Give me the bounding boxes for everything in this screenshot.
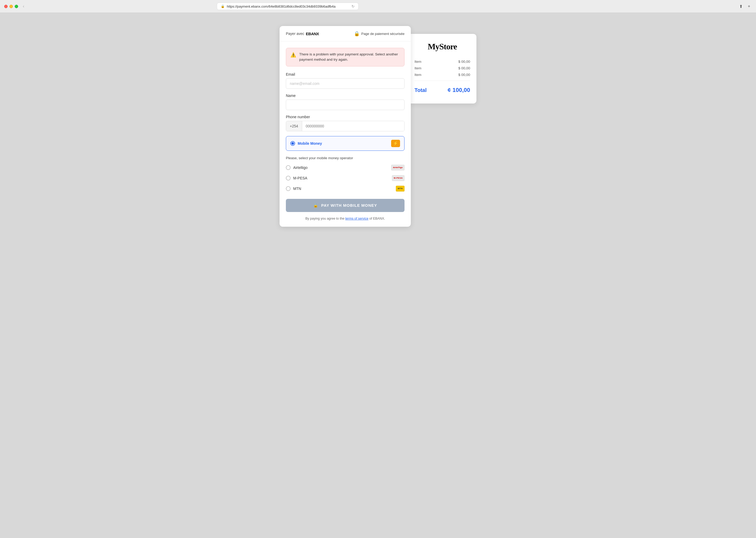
- browser-nav: ‹: [21, 3, 26, 9]
- total-label: Total: [414, 87, 427, 93]
- maximize-button[interactable]: [15, 5, 18, 8]
- error-alert: ⚠️ There is a problem with your payment …: [286, 48, 404, 67]
- mobile-money-radio[interactable]: [290, 141, 295, 146]
- airteltigo-name: Airteltigo: [293, 166, 307, 170]
- operator-left-mtn: MTN: [286, 186, 301, 191]
- item-2-price: $ 00,00: [458, 66, 470, 70]
- secure-label: Page de paiement sécurisée: [361, 32, 404, 36]
- name-label: Name: [286, 93, 404, 98]
- operator-row-mtn[interactable]: MTN MTN: [286, 185, 404, 192]
- item-1-label: Item: [414, 60, 421, 64]
- item-3-label: Item: [414, 73, 421, 77]
- payment-panel: Payer avec EBANX 🔒 Page de paiement sécu…: [280, 26, 411, 227]
- payment-method-label: Mobile Money: [298, 141, 322, 145]
- panel-header-left: Payer avec EBANX: [286, 31, 319, 36]
- payment-method-left: Mobile Money: [290, 141, 322, 146]
- phone-input[interactable]: [302, 121, 404, 131]
- lock-icon: 🔒: [221, 4, 225, 8]
- email-input[interactable]: [286, 78, 404, 89]
- secure-icon: 🔒: [354, 31, 359, 36]
- panel-header-right: 🔒 Page de paiement sécurisée: [354, 31, 404, 36]
- phone-group: Phone number +254: [286, 115, 404, 131]
- close-button[interactable]: [4, 5, 8, 8]
- terms-text: By paying you agree to the terms of serv…: [286, 217, 404, 220]
- email-group: Email: [286, 72, 404, 89]
- order-panel: MyStore Item $ 00,00 Item $ 00,00 Item $…: [408, 34, 476, 103]
- operator-list: Airteltigo AirtelTigo M-PESA M-PESA MTN: [286, 164, 404, 192]
- airteltigo-radio[interactable]: [286, 165, 291, 170]
- mpesa-radio[interactable]: [286, 176, 291, 181]
- address-bar[interactable]: 🔒 https://payment.ebanx.com/64e8b8381d6d…: [217, 3, 358, 10]
- terms-prefix: By paying you agree to the: [305, 217, 345, 220]
- mtn-logo: MTN: [396, 186, 404, 191]
- operator-row-mpesa[interactable]: M-PESA M-PESA: [286, 174, 404, 182]
- item-3-price: $ 00,00: [458, 73, 470, 77]
- phone-field: +254: [286, 121, 404, 131]
- back-arrow[interactable]: ‹: [21, 3, 26, 9]
- phone-label: Phone number: [286, 115, 404, 119]
- new-tab-button[interactable]: +: [746, 3, 752, 10]
- mpesa-name: M-PESA: [293, 176, 307, 180]
- pay-button-label: PAY WITH MOBILE MONEY: [321, 203, 377, 207]
- pay-button[interactable]: 🔒 PAY WITH MOBILE MONEY: [286, 199, 404, 212]
- mtn-radio[interactable]: [286, 186, 291, 191]
- item-1-price: $ 00,00: [458, 60, 470, 64]
- phone-prefix: +254: [286, 121, 302, 131]
- warning-icon: ⚠️: [290, 52, 296, 58]
- email-label: Email: [286, 72, 404, 77]
- browser-chrome: ‹ 🔒 https://payment.ebanx.com/64e8b8381d…: [0, 0, 756, 13]
- store-name: MyStore: [414, 42, 470, 51]
- name-group: Name: [286, 93, 404, 110]
- lightning-icon: ⚡: [393, 141, 398, 146]
- operator-label: Please, select your mobile money operato…: [286, 156, 404, 160]
- error-message: There is a problem with your payment app…: [299, 52, 400, 63]
- total-value: ¢ 100,00: [448, 87, 470, 93]
- order-item-row-1: Item $ 00,00: [414, 58, 470, 65]
- mtn-name: MTN: [293, 187, 301, 191]
- terms-link[interactable]: terms of service: [345, 217, 368, 220]
- operator-row-airteltigo[interactable]: Airteltigo AirtelTigo: [286, 164, 404, 172]
- refresh-icon[interactable]: ↻: [352, 4, 354, 8]
- page-content: Payer avec EBANX 🔒 Page de paiement sécu…: [0, 13, 756, 240]
- payment-method-row[interactable]: Mobile Money ⚡: [286, 136, 404, 151]
- name-input[interactable]: [286, 100, 404, 110]
- payer-label: Payer avec: [286, 31, 304, 36]
- order-items: Item $ 00,00 Item $ 00,00 Item $ 00,00: [414, 58, 470, 81]
- panel-body: ⚠️ There is a problem with your payment …: [280, 41, 411, 227]
- airteltigo-logo: AirtelTigo: [391, 165, 404, 171]
- pay-lock-icon: 🔒: [313, 203, 318, 208]
- item-2-label: Item: [414, 66, 421, 70]
- url-text: https://payment.ebanx.com/64e8b8381d6dcc…: [227, 4, 350, 8]
- order-total-row: Total ¢ 100,00: [414, 84, 470, 96]
- operator-left-mpesa: M-PESA: [286, 176, 307, 181]
- share-button[interactable]: ⬆: [737, 3, 744, 10]
- mpesa-logo: M-PESA: [392, 175, 404, 181]
- panel-header: Payer avec EBANX 🔒 Page de paiement sécu…: [280, 26, 411, 41]
- ebanx-logo: EBANX: [306, 31, 319, 36]
- traffic-lights: [4, 5, 18, 8]
- minimize-button[interactable]: [10, 5, 13, 8]
- browser-actions: ⬆ +: [737, 3, 752, 10]
- operator-left-airteltigo: Airteltigo: [286, 165, 307, 170]
- order-item-row-2: Item $ 00,00: [414, 65, 470, 72]
- order-item-row-3: Item $ 00,00: [414, 72, 470, 78]
- mobile-money-icon: ⚡: [391, 140, 400, 147]
- terms-suffix: of EBANX.: [368, 217, 385, 220]
